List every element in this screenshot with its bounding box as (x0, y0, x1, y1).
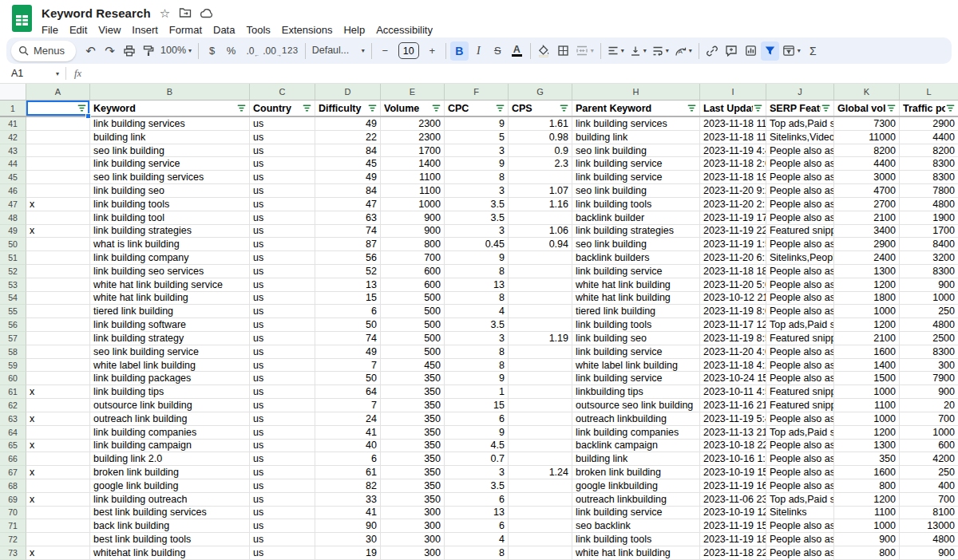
column-header-E[interactable]: E (381, 84, 445, 101)
cell-B73[interactable]: whitehat link building (90, 546, 250, 560)
cell-G62[interactable] (509, 399, 572, 412)
cell-I48[interactable]: 2023-11-19 17:1 (700, 211, 766, 225)
formula-input[interactable] (81, 64, 958, 83)
cell-L52[interactable]: 8300 (900, 265, 958, 278)
row-header-41[interactable]: 41 (0, 117, 26, 131)
row-header-53[interactable]: 53 (0, 278, 26, 292)
cell-D63[interactable]: 24 (315, 412, 381, 426)
cell-A45[interactable] (26, 171, 90, 184)
font-family-selector[interactable]: Defaul... ▾ (310, 41, 367, 61)
row-header-42[interactable]: 42 (0, 131, 26, 144)
cell-G47[interactable]: 1.16 (509, 198, 572, 211)
cell-K66[interactable]: 350 (834, 452, 900, 466)
cell-J69[interactable]: Top ads,Paid site (766, 493, 834, 507)
cell-B64[interactable]: link building companies (90, 426, 250, 440)
column-header-B[interactable]: B (90, 84, 250, 101)
cell-C49[interactable]: us (250, 225, 315, 239)
cell-H66[interactable]: building link (572, 452, 700, 466)
cell-I63[interactable]: 2023-11-19 5:41 (700, 412, 766, 426)
redo-button[interactable]: ↷ (101, 41, 119, 61)
text-wrap-button[interactable]: ▾ (650, 41, 671, 61)
cell-I65[interactable]: 2023-10-18 22:2 (700, 440, 766, 453)
cell-C66[interactable]: us (250, 452, 315, 466)
cell-K64[interactable]: 1200 (834, 426, 900, 440)
cell-C69[interactable]: us (250, 493, 315, 507)
cell-K45[interactable]: 3000 (834, 171, 900, 184)
cell-C73[interactable]: us (250, 546, 315, 560)
cell-I47[interactable]: 2023-11-20 2:17 (700, 198, 766, 211)
filter-icon[interactable] (687, 103, 697, 113)
cell-D48[interactable]: 63 (315, 211, 381, 225)
cell-K43[interactable]: 8200 (834, 144, 900, 158)
cell-E67[interactable]: 350 (381, 466, 445, 479)
header-cell-K1[interactable]: Global volume (834, 101, 900, 116)
menu-data[interactable]: Data (208, 22, 240, 38)
cell-A58[interactable] (26, 345, 90, 359)
cell-H46[interactable]: seo link building (572, 184, 700, 198)
cell-B62[interactable]: outsource link building (90, 399, 250, 412)
cell-E70[interactable]: 300 (381, 507, 445, 520)
vertical-align-button[interactable]: ▾ (627, 41, 649, 61)
cell-E58[interactable]: 500 (381, 345, 445, 359)
cell-D54[interactable]: 15 (315, 292, 381, 306)
cell-E62[interactable]: 350 (381, 399, 445, 412)
column-header-A[interactable]: A (26, 84, 90, 101)
cell-G71[interactable] (509, 519, 572, 533)
cell-J50[interactable]: People also ask, (766, 238, 834, 251)
header-cell-F1[interactable]: CPC (445, 101, 509, 116)
cell-J62[interactable]: Featured snippet (766, 399, 834, 412)
cell-B58[interactable]: seo link building service (90, 345, 250, 359)
cell-J70[interactable]: Sitelinks (766, 507, 834, 520)
cell-C67[interactable]: us (250, 466, 315, 479)
cell-J53[interactable]: People also ask, (766, 278, 834, 292)
cell-C52[interactable]: us (250, 265, 315, 278)
row-header-1[interactable]: 1 (0, 101, 26, 116)
cell-A55[interactable] (26, 305, 90, 318)
cell-A62[interactable] (26, 399, 90, 412)
row-header-72[interactable]: 72 (0, 533, 26, 546)
cell-E69[interactable]: 350 (381, 493, 445, 507)
header-cell-J1[interactable]: SERP Features (766, 101, 834, 116)
cell-L68[interactable]: 400 (900, 479, 958, 493)
cell-B42[interactable]: building link (90, 131, 250, 144)
cell-J56[interactable]: Top ads,Paid site (766, 318, 834, 332)
cell-F60[interactable]: 9 (445, 372, 509, 385)
row-header-59[interactable]: 59 (0, 359, 26, 373)
increase-decimal-button[interactable]: .00→ (260, 41, 279, 61)
header-cell-L1[interactable]: Traffic potential (900, 101, 958, 116)
cell-F57[interactable]: 3 (445, 332, 509, 345)
cell-K69[interactable]: 1200 (834, 493, 900, 507)
cell-L64[interactable]: 1000 (900, 426, 958, 440)
cell-F64[interactable]: 9 (445, 426, 509, 440)
cell-A42[interactable] (26, 131, 90, 144)
cell-F55[interactable]: 4 (445, 305, 509, 318)
row-header-60[interactable]: 60 (0, 372, 26, 385)
cell-I54[interactable]: 2023-10-12 21:1 (700, 292, 766, 306)
cell-C47[interactable]: us (250, 198, 315, 211)
cell-L50[interactable]: 8400 (900, 238, 958, 251)
cell-C70[interactable]: us (250, 507, 315, 520)
cell-I73[interactable]: 2023-11-18 22:3 (700, 546, 766, 560)
cell-D67[interactable]: 61 (315, 466, 381, 479)
cell-F63[interactable]: 6 (445, 412, 509, 426)
cell-G59[interactable] (509, 359, 572, 373)
cell-K49[interactable]: 3400 (834, 225, 900, 239)
number-format-button[interactable]: 123 (279, 41, 301, 61)
cell-K65[interactable]: 1300 (834, 440, 900, 453)
cell-H48[interactable]: backlink builder (572, 211, 700, 225)
cell-L63[interactable]: 700 (900, 412, 958, 426)
cell-G46[interactable]: 1.07 (509, 184, 572, 198)
cell-F73[interactable]: 8 (445, 546, 509, 560)
cell-D42[interactable]: 22 (315, 131, 381, 144)
filter-icon[interactable] (302, 103, 312, 113)
cell-E50[interactable]: 800 (381, 238, 445, 251)
cell-G67[interactable]: 1.24 (509, 466, 572, 479)
row-header-66[interactable]: 66 (0, 452, 26, 466)
cell-H69[interactable]: outreach linkbuilding (572, 493, 700, 507)
cell-D51[interactable]: 56 (315, 251, 381, 265)
cell-G55[interactable] (509, 305, 572, 318)
cell-H63[interactable]: outreach linkbuilding (572, 412, 700, 426)
cell-J58[interactable]: People also ask (766, 345, 834, 359)
cell-G41[interactable]: 1.61 (509, 117, 572, 131)
column-header-G[interactable]: G (509, 84, 572, 101)
